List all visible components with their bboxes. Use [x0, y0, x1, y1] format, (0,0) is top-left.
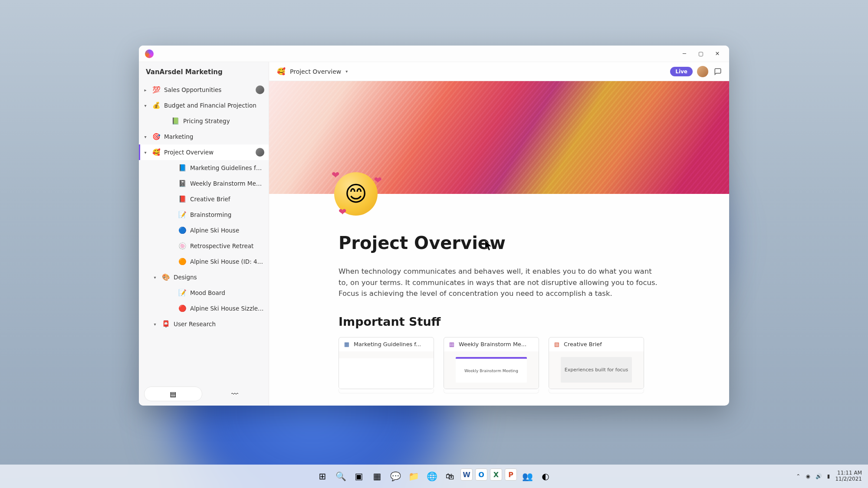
taskbar-taskview-icon[interactable]: ▣: [351, 468, 367, 484]
sidebar-item-guidelines[interactable]: 📘Marketing Guidelines for V...: [139, 160, 269, 176]
live-badge[interactable]: Live: [670, 67, 693, 76]
card-peek: [444, 389, 539, 393]
embed-card[interactable]: ▦Marketing Guidelines f...We are: [339, 337, 434, 389]
hero-cover-image[interactable]: ❤ ❤ ❤: [269, 81, 729, 194]
chevron-icon[interactable]: ▾: [142, 150, 148, 155]
close-button[interactable]: ✕: [709, 47, 726, 60]
section-heading[interactable]: Important Stuff: [339, 315, 660, 328]
sidebar-bottom-tabs: ▤ 〰: [139, 382, 269, 406]
item-label: Alpine Ski House Sizzle Re...: [190, 305, 264, 312]
item-label: Mood Board: [190, 289, 264, 296]
sidebar-item-research[interactable]: ▾📮User Research: [139, 316, 269, 332]
sidebar: VanArsdel Marketing ▸💯Sales Opportunitie…: [139, 62, 269, 406]
chevron-icon[interactable]: ▾: [142, 103, 148, 108]
item-label: Brainstorming: [190, 211, 264, 218]
item-icon: 🥰: [152, 148, 161, 157]
card-title: Weekly Brainstorm Me...: [459, 341, 526, 347]
taskbar-excel-icon[interactable]: X: [490, 468, 502, 481]
item-icon: 📓: [178, 179, 187, 188]
document-canvas[interactable]: ❤ ❤ ❤ Project Overview When technology c…: [269, 81, 729, 406]
minimize-button[interactable]: ─: [676, 47, 693, 60]
item-icon: 🟠: [178, 257, 187, 266]
word-icon: ▦: [343, 341, 350, 348]
sidebar-item-pricing[interactable]: 📗Pricing Strategy: [139, 113, 269, 129]
activity-icon: 〰: [231, 390, 238, 398]
taskbar-widgets-icon[interactable]: ▦: [369, 468, 385, 484]
main-area: 🥰 Project Overview ▾ Live ❤ ❤ ❤: [269, 62, 729, 406]
card-title: Marketing Guidelines f...: [354, 341, 421, 347]
cards-row: ▦Marketing Guidelines f...We are▥Weekly …: [339, 337, 660, 389]
sidebar-item-retro[interactable]: 🍥Retrospective Retreat: [139, 238, 269, 254]
comments-button[interactable]: [713, 66, 723, 77]
sidebar-item-designs[interactable]: ▾🎨Designs: [139, 269, 269, 285]
activity-tab[interactable]: 〰: [207, 386, 264, 401]
wifi-icon[interactable]: ◉: [806, 473, 810, 479]
volume-icon[interactable]: 🔊: [815, 473, 822, 479]
card-thumbnail: Weekly Brainstorm Meeting: [456, 357, 527, 383]
sidebar-item-brainstorm[interactable]: 📝Brainstorming: [139, 207, 269, 223]
sidebar-item-alpine2[interactable]: 🟠Alpine Ski House (ID: 487...: [139, 254, 269, 269]
taskbar-files-icon[interactable]: 📁: [406, 468, 421, 484]
item-label: Retrospective Retreat: [190, 242, 264, 249]
taskbar-powerpoint-icon[interactable]: P: [505, 468, 517, 481]
item-label: Pricing Strategy: [183, 118, 264, 124]
item-icon: 📕: [178, 195, 187, 203]
intro-paragraph[interactable]: When technology communicates and behaves…: [339, 266, 660, 299]
taskbar-search-icon[interactable]: 🔍: [333, 468, 349, 484]
sidebar-item-weekly[interactable]: 📓Weekly Brainstorm Meeting: [139, 176, 269, 191]
embed-card[interactable]: ▧Creative BriefExperiences built for foc…: [549, 337, 644, 389]
taskbar-edge-icon[interactable]: 🌐: [424, 468, 440, 484]
taskbar-word-icon[interactable]: W: [460, 468, 473, 481]
taskbar-outlook-icon[interactable]: O: [475, 468, 487, 481]
battery-icon[interactable]: ▮: [827, 473, 830, 479]
presence-avatar-icon: [256, 148, 264, 157]
item-label: Alpine Ski House: [190, 227, 264, 234]
sidebar-item-marketing[interactable]: ▾🎯Marketing: [139, 129, 269, 144]
item-icon: 🔴: [178, 304, 187, 313]
item-label: Project Overview: [164, 149, 252, 156]
item-icon: 🎨: [161, 273, 170, 282]
taskbar-chat-icon[interactable]: 💬: [388, 468, 403, 484]
system-tray: ⌃ ◉ 🔊 ▮ 11:11 AM 11/2/2021: [796, 470, 862, 482]
sidebar-item-alpine[interactable]: 🔵Alpine Ski House: [139, 223, 269, 238]
mouse-cursor-icon: [485, 241, 493, 251]
item-icon: 📘: [178, 164, 187, 172]
sidebar-item-sizzle[interactable]: 🔴Alpine Ski House Sizzle Re...: [139, 301, 269, 316]
item-icon: 💰: [152, 101, 161, 110]
embed-card[interactable]: ▥Weekly Brainstorm Me...Weekly Brainstor…: [444, 337, 539, 389]
presence-avatar[interactable]: [697, 66, 708, 77]
taskbar-loop-icon[interactable]: ◐: [538, 468, 553, 484]
chevron-icon[interactable]: ▾: [152, 322, 158, 327]
item-icon: 📝: [178, 210, 187, 219]
sidebar-item-sales[interactable]: ▸💯Sales Opportunities: [139, 82, 269, 98]
sidebar-item-mood[interactable]: 📝Mood Board: [139, 285, 269, 301]
breadcrumb-title[interactable]: Project Overview: [290, 68, 341, 75]
card-thumbnail: We are: [339, 358, 434, 389]
card-thumbnail: Experiences built for focus: [561, 357, 632, 383]
taskbar-teams-icon[interactable]: 👥: [519, 468, 535, 484]
breadcrumb-chevron-icon[interactable]: ▾: [345, 69, 348, 74]
app-logo-icon: [145, 49, 154, 58]
maximize-button[interactable]: ▢: [693, 47, 709, 60]
page-title[interactable]: Project Overview: [339, 233, 660, 253]
pp-icon: ▧: [553, 341, 560, 348]
sidebar-item-overview[interactable]: ▾🥰Project Overview: [139, 144, 269, 160]
taskbar: ⊞🔍▣▦💬📁🌐🛍WOXP👥◐ ⌃ ◉ 🔊 ▮ 11:11 AM 11/2/202…: [0, 465, 868, 488]
tray-chevron-icon[interactable]: ⌃: [796, 473, 800, 479]
chevron-icon[interactable]: ▾: [142, 134, 148, 139]
chevron-icon[interactable]: ▾: [152, 275, 158, 280]
clock[interactable]: 11:11 AM 11/2/2021: [835, 470, 862, 482]
item-icon: 📗: [171, 117, 180, 125]
sidebar-item-budget[interactable]: ▾💰Budget and Financial Projection: [139, 98, 269, 113]
item-icon: 📝: [178, 288, 187, 297]
pages-tab[interactable]: ▤: [144, 386, 202, 401]
taskbar-store-icon[interactable]: 🛍: [442, 468, 458, 484]
presence-avatar-icon: [256, 85, 264, 94]
breadcrumb-icon: 🥰: [277, 67, 286, 75]
taskbar-start-icon[interactable]: ⊞: [315, 468, 330, 484]
page-emoji-icon[interactable]: ❤ ❤ ❤: [334, 172, 378, 216]
chevron-icon[interactable]: ▸: [142, 88, 148, 92]
item-label: User Research: [174, 321, 264, 328]
main-header: 🥰 Project Overview ▾ Live: [269, 62, 729, 81]
sidebar-item-creative[interactable]: 📕Creative Brief: [139, 191, 269, 207]
